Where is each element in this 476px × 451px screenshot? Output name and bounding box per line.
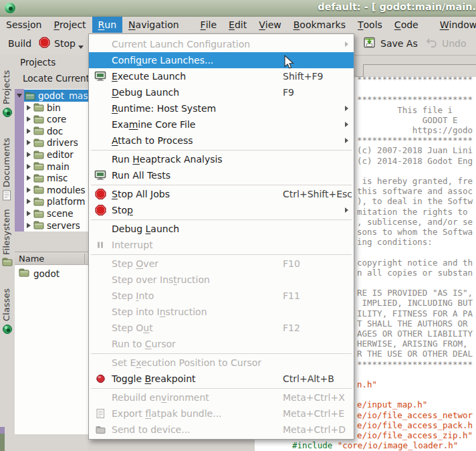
tree-item-label: platform: [47, 196, 85, 207]
code-line: ***********************: [357, 135, 473, 145]
menu-item-step-into[interactable]: Step IntoF11: [89, 288, 354, 304]
menu-item-send-to-device[interactable]: Send to device...Meta+Ctrl+D: [89, 422, 354, 438]
tree-item-servers[interactable]: servers: [15, 219, 88, 232]
expand-arrow-icon[interactable]: [27, 199, 31, 204]
tree-item-platform[interactable]: platform: [15, 195, 88, 207]
menubar-item-view[interactable]: View: [253, 17, 287, 33]
tree-item-label: drivers: [47, 137, 78, 148]
menu-item-run-to-cursor[interactable]: Run to Cursor: [89, 336, 354, 352]
tree-item-drivers[interactable]: drivers: [15, 137, 88, 149]
expand-arrow-icon[interactable]: [27, 223, 31, 228]
menu-item-run-all-tests[interactable]: Run All Tests: [89, 167, 354, 183]
menu-item-stop[interactable]: Stop: [89, 202, 354, 218]
expand-arrow-icon[interactable]: [27, 105, 31, 110]
expand-arrow-icon[interactable]: [27, 128, 31, 134]
build-button[interactable]: Build: [4, 33, 35, 54]
monitor-icon: [94, 170, 106, 181]
menubar-item-bookmarks[interactable]: Bookmarks: [287, 17, 352, 33]
expand-arrow-icon[interactable]: [27, 187, 31, 193]
expand-arrow-icon[interactable]: [27, 211, 31, 216]
menu-item-export-flatpak-bundle[interactable]: Export flatpak bundle...Meta+Ctrl+E: [89, 405, 354, 422]
menu-item-toggle-breakpoint[interactable]: Toggle BreakpointCtrl+Alt+B: [89, 371, 354, 387]
tree-item-bin[interactable]: bin: [15, 102, 88, 114]
tree-item-main[interactable]: main: [15, 161, 88, 173]
collapse-arrow-icon[interactable]: [17, 94, 22, 98]
undo-button[interactable]: Undo: [421, 33, 471, 54]
menu-item-debug-launch[interactable]: Debug Launch: [89, 221, 354, 237]
menu-item-run-heaptrack-analysis[interactable]: Run Heaptrack Analysis: [89, 151, 354, 167]
expand-arrow-icon[interactable]: [27, 164, 31, 169]
dock-tab-documents[interactable]: Documents: [0, 127, 15, 202]
code-line: sons to whom the Softwa: [357, 227, 473, 237]
menu-item-set-execution-position-to-cursor[interactable]: Set Execution Position to Cursor: [89, 355, 354, 371]
kdevelop-sphere-icon: [2, 324, 13, 335]
stop-button[interactable]: Stop: [35, 33, 88, 54]
code-line: This file i: [357, 105, 453, 115]
menubar-item-session[interactable]: Session: [0, 17, 47, 33]
monitor-icon: [94, 71, 106, 82]
menu-item-label: Rebuild environment: [112, 392, 209, 403]
menu-item-stop-all-jobs[interactable]: Stop All JobsCtrl+Shift+Esc: [89, 186, 354, 202]
expand-arrow-icon[interactable]: [27, 116, 31, 122]
menu-item-step-out[interactable]: Step OutF12: [89, 320, 354, 336]
code-line: ing conditions:: [357, 237, 433, 247]
code-line: e/io/file_access_networ: [357, 410, 473, 420]
menu-item-step-over-instruction[interactable]: Step over Instruction: [89, 272, 354, 288]
menu-item-rebuild-environment[interactable]: Rebuild environmentMeta+Ctrl+X: [89, 389, 354, 405]
save-as-button[interactable]: Save As: [359, 33, 422, 54]
branch-label: mast: [69, 90, 88, 101]
folder-icon: [33, 162, 44, 171]
dock-tab-classes[interactable]: Classes: [0, 288, 15, 336]
menubar-item-code[interactable]: Code: [388, 17, 425, 33]
menubar-item-edit[interactable]: Edit: [223, 17, 253, 33]
submenu-arrow-icon: [345, 207, 348, 213]
menubar-item-navigation[interactable]: Navigation: [122, 17, 185, 33]
menubar-item-run[interactable]: Run: [92, 17, 122, 33]
dock-tab-filesystem[interactable]: Filesystem: [0, 203, 15, 270]
menu-item-step-over[interactable]: Step OverF10: [89, 256, 354, 272]
project-row-label: godot: [33, 268, 60, 279]
tree-item-scene[interactable]: scene: [15, 207, 88, 219]
menu-item-interrupt[interactable]: Interrupt: [89, 237, 354, 253]
locate-current-document-button[interactable]: Locate Current: [23, 73, 90, 84]
tree-item-modules[interactable]: modules: [15, 184, 88, 196]
name-column-header[interactable]: Name: [15, 252, 88, 265]
tree-item-misc[interactable]: misc: [15, 172, 88, 184]
menu-item-label: Set Execution Position to Cursor: [112, 357, 261, 368]
menubar-item-window[interactable]: Window: [434, 17, 476, 33]
project-row[interactable]: godot: [19, 268, 60, 279]
folder-icon: [33, 221, 44, 230]
folder-icon: [33, 151, 44, 159]
menu-item-label: Configure Launches...: [112, 55, 213, 66]
expand-arrow-icon[interactable]: [27, 175, 31, 181]
expand-arrow-icon[interactable]: [27, 140, 31, 145]
menu-item-attach-to-process[interactable]: Attach to Process: [89, 132, 354, 149]
tree-item-label: core: [47, 114, 66, 124]
tree-item-doc[interactable]: doc: [15, 125, 88, 137]
tree-item-godot[interactable]: godotmast: [15, 90, 88, 102]
menu-item-step-into-instruction[interactable]: Step into Instruction: [89, 304, 354, 320]
code-line: (c) 2007-2018 Juan Lini: [357, 145, 473, 155]
menu-item-runtime-host-system[interactable]: Runtime: Host System: [89, 100, 354, 116]
document-icon: [2, 190, 11, 201]
code-line: , sublicense, and/or se: [357, 217, 473, 227]
code-line: IMPLIED, INCLUDING BUT: [357, 298, 473, 308]
menu-item-examine-core-file[interactable]: Examine Core File: [89, 116, 354, 132]
folder-icon: [33, 115, 44, 124]
column-divider[interactable]: [84, 254, 85, 264]
menubar-item-project[interactable]: Project: [47, 17, 92, 33]
folder-icon: [33, 174, 44, 183]
code-line: HERWISE, ARISING FROM,: [357, 339, 473, 349]
menu-item-debug-launch[interactable]: Debug LaunchF9: [89, 84, 354, 100]
tree-item-editor[interactable]: editor: [15, 149, 88, 161]
dock-tab-projects[interactable]: Projects: [0, 63, 15, 119]
tree-item-core[interactable]: core: [15, 113, 88, 125]
menubar-item-file[interactable]: File: [195, 17, 223, 33]
menu-item-current-launch-configuration[interactable]: Current Launch Configuration: [89, 36, 354, 52]
menubar-item-tools[interactable]: Tools: [352, 17, 388, 33]
menu-item-configure-launches[interactable]: Configure Launches...: [89, 52, 354, 68]
menu-item-execute-launch[interactable]: Execute LaunchShift+F9: [89, 68, 354, 84]
expand-arrow-icon[interactable]: [27, 152, 31, 157]
undo-button-label: Undo: [442, 38, 467, 49]
tree-item-label: godot: [38, 90, 64, 101]
